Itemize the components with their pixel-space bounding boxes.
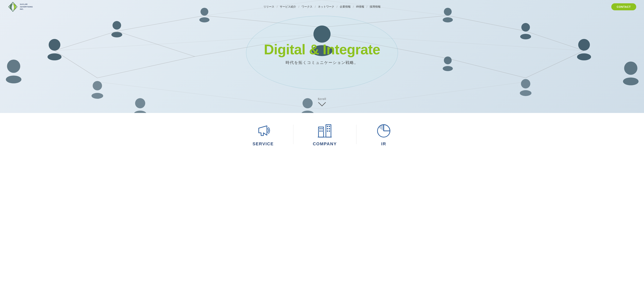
hero-subtitle: 時代を拓くコミュニケーション戦略。 [264, 60, 380, 65]
svg-point-41 [577, 53, 591, 60]
svg-rect-51 [322, 128, 322, 129]
ir-label: IR [381, 141, 386, 146]
svg-line-5 [97, 57, 195, 78]
svg-point-31 [134, 111, 146, 113]
main-nav: リリース / サービス紹介 / ワークス / ネットワーク / 企業情報 / I… [33, 5, 611, 9]
nav-sep-3: / [314, 5, 316, 8]
bottom-section: SERVICE COMPANY [0, 113, 644, 158]
svg-point-46 [444, 57, 452, 64]
nav-sep-1: / [276, 5, 278, 8]
hero-content: Digital & Integrate 時代を拓くコミュニケーション戦略。 [264, 42, 380, 65]
svg-point-25 [48, 53, 62, 60]
nav-network[interactable]: ネットワーク [316, 5, 336, 9]
nav-sep-2: / [298, 5, 300, 8]
bottom-item-ir[interactable]: IR [356, 123, 411, 146]
contact-button[interactable]: CONTACT [611, 3, 636, 10]
svg-rect-49 [326, 125, 331, 137]
nav-company-info[interactable]: 企業情報 [338, 5, 352, 9]
svg-point-44 [521, 79, 530, 88]
nav-recruit[interactable]: 採用情報 [368, 5, 382, 9]
svg-point-39 [520, 34, 531, 39]
svg-point-35 [199, 17, 210, 23]
svg-point-30 [135, 98, 145, 108]
nav-release[interactable]: リリース [262, 5, 276, 9]
svg-point-28 [93, 81, 102, 90]
service-label: SERVICE [252, 141, 274, 146]
hero-section: Digital & Integrate 時代を拓くコミュニケーション戦略。 Sc… [0, 0, 644, 113]
svg-point-22 [112, 21, 121, 30]
svg-rect-53 [322, 131, 322, 132]
svg-rect-58 [327, 131, 328, 132]
svg-rect-48 [318, 127, 324, 137]
hero-main-title: Digital & Integrate [264, 42, 380, 57]
svg-line-10 [448, 16, 526, 31]
nav-sep-4: / [336, 5, 338, 8]
nav-sep-5: / [352, 5, 354, 8]
scroll-chevron-icon [318, 102, 326, 107]
svg-point-40 [578, 39, 590, 51]
svg-point-27 [6, 76, 22, 83]
svg-point-24 [49, 39, 60, 51]
service-icon [255, 123, 271, 138]
scroll-label: Scroll [318, 97, 326, 101]
svg-point-23 [111, 32, 122, 37]
svg-point-33 [301, 111, 314, 113]
logo-text: SAYLOR ADVERTISING INC. [20, 3, 33, 11]
svg-point-43 [623, 78, 638, 85]
svg-rect-56 [327, 128, 328, 129]
svg-point-32 [302, 98, 313, 108]
svg-rect-54 [327, 126, 328, 127]
svg-line-2 [54, 51, 97, 78]
svg-point-47 [443, 66, 453, 71]
svg-point-37 [443, 17, 453, 23]
svg-rect-50 [320, 128, 321, 129]
svg-point-26 [7, 60, 20, 73]
svg-line-3 [117, 16, 204, 31]
svg-line-11 [526, 31, 584, 51]
company-icon [317, 123, 332, 138]
svg-point-29 [92, 93, 103, 99]
svg-line-13 [526, 51, 584, 78]
svg-point-42 [624, 62, 638, 75]
svg-rect-57 [329, 128, 330, 129]
svg-line-12 [448, 59, 526, 78]
bottom-item-service[interactable]: SERVICE [233, 123, 293, 146]
bottom-item-company[interactable]: COMPANY [294, 123, 356, 146]
nav-sep-6: / [366, 5, 368, 8]
nav-ir-info[interactable]: IR情報 [354, 5, 366, 9]
logo[interactable]: SAYLOR ADVERTISING INC. [8, 2, 33, 12]
company-label: COMPANY [313, 141, 337, 146]
nav-works[interactable]: ワークス [300, 5, 314, 9]
svg-rect-52 [320, 131, 321, 132]
svg-line-4 [117, 31, 195, 57]
svg-rect-59 [329, 131, 330, 132]
svg-point-38 [521, 23, 530, 32]
header: SAYLOR ADVERTISING INC. リリース / サービス紹介 / … [0, 0, 644, 14]
nav-service-intro[interactable]: サービス紹介 [278, 5, 298, 9]
ir-icon [376, 123, 392, 138]
svg-line-1 [54, 31, 117, 51]
svg-rect-55 [329, 126, 330, 127]
scroll-indicator[interactable]: Scroll [318, 97, 326, 107]
svg-point-45 [520, 90, 532, 96]
